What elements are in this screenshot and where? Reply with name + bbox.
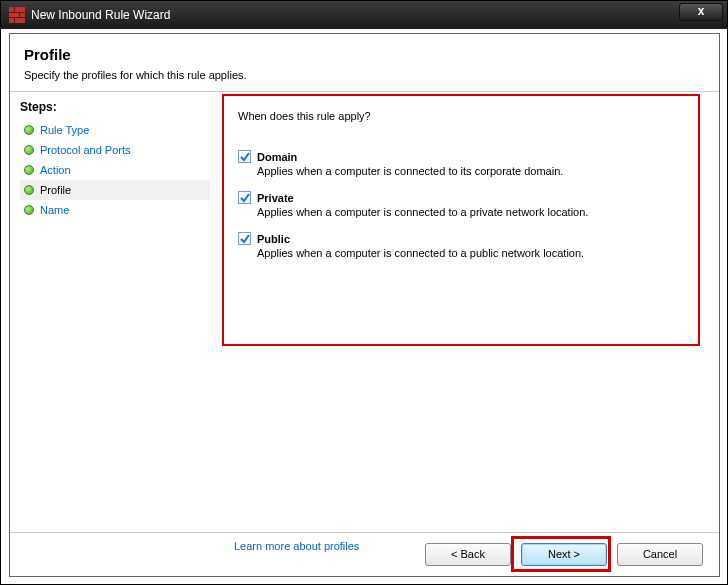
step-name[interactable]: Name	[20, 200, 210, 220]
steps-heading: Steps:	[20, 100, 210, 114]
firewall-icon	[9, 7, 25, 23]
step-label: Action	[40, 164, 71, 176]
svg-rect-2	[9, 17, 25, 18]
svg-rect-5	[14, 17, 15, 23]
bullet-icon	[24, 125, 34, 135]
cancel-button[interactable]: Cancel	[617, 543, 703, 566]
steps-sidebar: Steps: Rule Type Protocol and Ports Acti…	[10, 92, 210, 532]
svg-rect-1	[9, 12, 25, 13]
back-button[interactable]: < Back	[425, 543, 511, 566]
step-profile[interactable]: Profile	[20, 180, 210, 200]
page-title: Profile	[24, 46, 705, 63]
profile-option-public: Public Applies when a computer is connec…	[238, 232, 688, 259]
checkbox-domain-desc: Applies when a computer is connected to …	[257, 165, 688, 177]
bullet-icon	[24, 185, 34, 195]
wizard-footer: < Back Next > Cancel	[10, 532, 719, 576]
step-label: Rule Type	[40, 124, 89, 136]
next-button[interactable]: Next >	[521, 543, 607, 566]
svg-rect-3	[14, 7, 15, 12]
checkbox-private-label: Private	[257, 192, 294, 204]
close-button[interactable]: x	[679, 3, 723, 21]
titlebar: New Inbound Rule Wizard x	[1, 1, 727, 29]
profile-option-domain: Domain Applies when a computer is connec…	[238, 150, 688, 177]
step-action[interactable]: Action	[20, 160, 210, 180]
window-title: New Inbound Rule Wizard	[31, 8, 170, 22]
wizard-content: When does this rule apply? Domain Applie…	[210, 92, 719, 532]
step-protocol-and-ports[interactable]: Protocol and Ports	[20, 140, 210, 160]
step-label: Name	[40, 204, 69, 216]
highlight-box-profiles: When does this rule apply? Domain Applie…	[222, 94, 700, 346]
profile-option-private: Private Applies when a computer is conne…	[238, 191, 688, 218]
checkbox-domain-label: Domain	[257, 151, 297, 163]
checkbox-public-label: Public	[257, 233, 290, 245]
checkbox-public-desc: Applies when a computer is connected to …	[257, 247, 688, 259]
page-subtitle: Specify the profiles for which this rule…	[24, 69, 705, 81]
step-rule-type[interactable]: Rule Type	[20, 120, 210, 140]
wizard-header: Profile Specify the profiles for which t…	[10, 34, 719, 92]
svg-rect-4	[19, 12, 20, 17]
bullet-icon	[24, 145, 34, 155]
bullet-icon	[24, 165, 34, 175]
checkbox-domain[interactable]	[238, 150, 251, 163]
checkbox-private-desc: Applies when a computer is connected to …	[257, 206, 688, 218]
step-label: Protocol and Ports	[40, 144, 131, 156]
checkbox-private[interactable]	[238, 191, 251, 204]
svg-rect-0	[9, 7, 25, 23]
checkbox-public[interactable]	[238, 232, 251, 245]
step-label: Profile	[40, 184, 71, 196]
wizard-panel: Profile Specify the profiles for which t…	[9, 33, 720, 577]
question-text: When does this rule apply?	[238, 110, 688, 122]
bullet-icon	[24, 205, 34, 215]
